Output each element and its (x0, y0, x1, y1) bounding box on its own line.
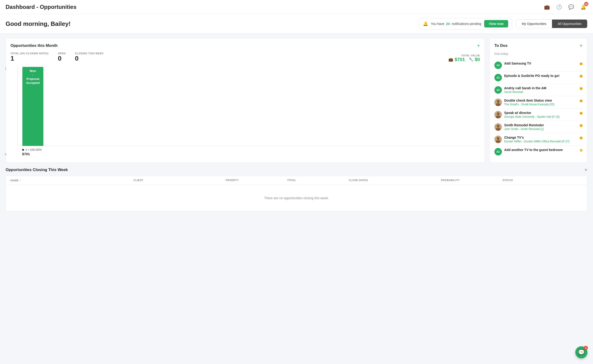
notif-after: notifications pending (451, 22, 481, 26)
chart-bar-won[interactable]: Won-ProposalAccepted (22, 67, 43, 146)
th-priority: PRIORITY (226, 179, 287, 182)
chart-dot (22, 149, 24, 151)
avatar (494, 136, 502, 143)
todo-content: Smith Remodel Reminder John Smith - Smit… (504, 123, 577, 131)
total-value-row: 💼 $701 🔧 $0 (449, 57, 480, 62)
todo-header: To Dos + (494, 43, 582, 48)
todo-item-sub: Dunder Mifflin - Dunder Mifflin Office R… (504, 140, 577, 143)
avatar-img (494, 123, 502, 131)
briefcase-icon-btn[interactable]: 💼 (543, 3, 551, 11)
avatar (494, 111, 502, 118)
todo-item[interactable]: Smith Remodel Reminder John Smith - Smit… (494, 121, 582, 133)
avatar-img (494, 98, 502, 106)
clock-icon-btn[interactable]: 🕐 (555, 3, 563, 11)
closing-section-title: Opportunities Closing This Week (6, 168, 68, 172)
todo-content: Double check Item Status view The Small'… (504, 98, 577, 106)
closing-section-header: Opportunities Closing This Week + (6, 167, 587, 172)
closing-stat: CLOSING THIS WEEK 0 (75, 52, 104, 62)
total-stat: TOTAL (0% CLOSING RATIO) 1 (11, 52, 48, 62)
total-value-label: TOTAL VALUE (449, 54, 480, 57)
todo-item-title: Andriy call Sarah in the AM (504, 86, 577, 90)
total-value-stat: TOTAL VALUE 💼 $701 🔧 $0 (449, 54, 480, 62)
chart-bar-container: Won-ProposalAccepted (18, 67, 480, 146)
todo-item-title: Change TV's (504, 136, 577, 139)
todo-item-sub: John Smith - Smith Remodel [1] (504, 127, 577, 131)
todo-item[interactable]: AZ Andriy call Sarah in the AM Sarah Mar… (494, 84, 582, 96)
clock-icon: 🕐 (556, 4, 562, 10)
todo-item[interactable]: Speak w/ director Georgia State Universi… (494, 109, 582, 121)
th-status: STATUS (502, 179, 564, 182)
th-name: NAME ↑ (11, 179, 134, 182)
todo-item[interactable]: AZ Add another TV to the guest bedroom (494, 146, 582, 158)
avatar: AZ (494, 74, 502, 81)
greeting-text: Good morning, Bailey! (6, 20, 71, 27)
notif-before: You have (431, 22, 444, 26)
todo-priority-dot (580, 75, 582, 78)
sub-header: Good morning, Bailey! 🔔 You have 24 noti… (0, 14, 593, 33)
header: Dashboard - Opportunities 💼 🕐 💬 🔔 24 (0, 0, 593, 14)
view-now-button[interactable]: View now (484, 20, 508, 27)
chat-icon-btn[interactable]: 💬 (567, 3, 575, 11)
total-value: 1 (11, 55, 48, 62)
bell-icon-btn[interactable]: 🔔 24 (579, 3, 587, 11)
todo-content: Andriy call Sarah in the AM Sarah Marsha… (504, 86, 577, 94)
table-empty-message: There are no opportunities closing this … (6, 185, 587, 211)
todo-content: Speak w/ director Georgia State Universi… (504, 111, 577, 118)
sort-arrow-icon[interactable]: ↑ (19, 179, 21, 182)
todo-item[interactable]: AZ Add Samsung TV (494, 59, 582, 72)
opportunity-toggle: My Opportunities All Opportunities (516, 19, 587, 28)
svg-point-4 (497, 112, 500, 115)
chart-value: $701 (18, 152, 480, 156)
avatar: AZ (494, 62, 502, 69)
main-content: Opportunities this Month + TOTAL (0% CLO… (0, 33, 593, 167)
todo-content: Change TV's Dunder Mifflin - Dunder Miff… (504, 136, 577, 143)
avatar-img (494, 136, 502, 143)
todo-item[interactable]: AZ Episode & Sunbrite PO ready to go! (494, 72, 582, 84)
svg-point-10 (497, 137, 500, 140)
todo-subtitle: Due today (494, 52, 582, 55)
briefcase-value: 💼 $701 (449, 57, 465, 62)
todo-item-title: Add another TV to the guest bedroom (504, 148, 577, 152)
todo-item[interactable]: Change TV's Dunder Mifflin - Dunder Miff… (494, 133, 582, 146)
add-closing-button[interactable]: + (584, 167, 587, 172)
todo-content: Episode & Sunbrite PO ready to go! (504, 74, 577, 78)
header-icons: 💼 🕐 💬 🔔 24 (543, 3, 587, 11)
todo-item-title: Double check Item Status view (504, 98, 577, 102)
svg-point-7 (497, 125, 500, 127)
chart-container: 1 0 Won-ProposalAccepted 1 • 100.00% $70… (11, 67, 480, 156)
todo-priority-dot (580, 112, 582, 115)
notification-badge: 24 (584, 2, 588, 6)
avatar: AZ (494, 148, 502, 156)
add-todo-button[interactable]: + (580, 43, 582, 48)
wrench-icon: 🔧 (469, 57, 473, 62)
todo-item-title: Episode & Sunbrite PO ready to go! (504, 74, 577, 78)
todo-item-title: Smith Remodel Reminder (504, 123, 577, 127)
chart-below: 1 • 100.00% (18, 148, 480, 151)
todo-priority-dot (580, 62, 582, 65)
todo-priority-dot (580, 99, 582, 102)
notification-text: You have 24 notifications pending (431, 22, 481, 26)
bottom-section: Opportunities Closing This Week + NAME ↑… (0, 167, 593, 217)
chart-y-labels: 1 0 (5, 67, 7, 156)
my-opportunities-toggle[interactable]: My Opportunities (516, 20, 552, 28)
th-client: CLIENT (134, 179, 226, 182)
chat-bubble-icon: 💬 (568, 4, 574, 10)
notification-bar: 🔔 You have 24 notifications pending View… (419, 18, 512, 30)
add-opportunity-button[interactable]: + (477, 43, 480, 48)
opportunities-card: Opportunities this Month + TOTAL (0% CLO… (6, 38, 485, 163)
notification-bell-icon: 🔔 (423, 21, 428, 26)
open-label: OPEN (58, 52, 65, 55)
all-opportunities-toggle[interactable]: All Opportunities (552, 20, 587, 28)
closing-table-card: NAME ↑ CLIENT PRIORITY TOTAL CLOSE DATES… (6, 176, 587, 211)
svg-point-1 (497, 100, 500, 103)
closing-label: CLOSING THIS WEEK (75, 52, 104, 55)
todo-item[interactable]: Double check Item Status view The Small'… (494, 96, 582, 109)
todo-panel: To Dos + Due today AZ Add Samsung TV AZ … (489, 38, 587, 163)
chart-area: Won-ProposalAccepted (18, 67, 480, 146)
th-total: TOTAL (287, 179, 349, 182)
avatar-img (494, 111, 502, 118)
todo-item-sub: Sarah Marshall (504, 91, 577, 94)
th-close-dates: CLOSE DATES (349, 179, 441, 182)
todo-priority-dot (580, 87, 582, 90)
table-header: NAME ↑ CLIENT PRIORITY TOTAL CLOSE DATES… (6, 176, 587, 185)
